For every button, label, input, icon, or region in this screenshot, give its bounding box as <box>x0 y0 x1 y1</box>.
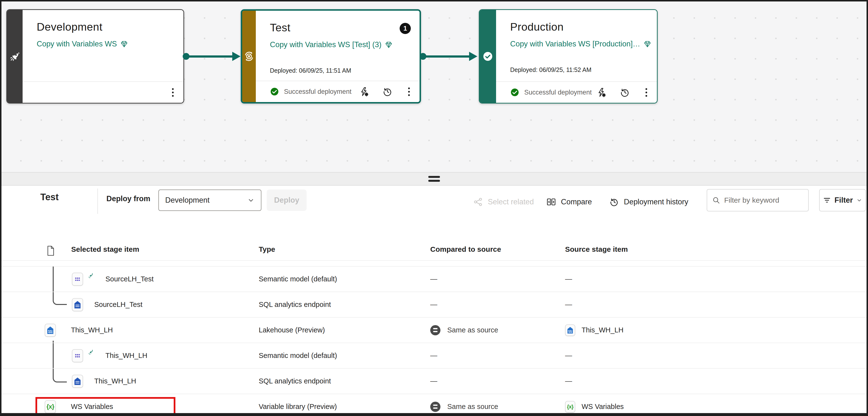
pipeline-canvas: Development Copy with Variables WS <box>1 1 867 172</box>
table-row[interactable]: {x} WS Variables Variable library (Previ… <box>1 394 867 416</box>
stage-title: Development <box>37 21 102 33</box>
table-header: Selected stage item Type Compared to sou… <box>1 241 867 260</box>
stage-more-menu[interactable] <box>406 87 412 97</box>
workspace-link[interactable]: Copy with Variables WS <box>37 39 128 48</box>
deploy-from-label: Deploy from <box>106 195 150 203</box>
gem-icon <box>385 41 393 49</box>
stage-title: Test <box>270 21 290 34</box>
document-icon <box>46 245 55 256</box>
deployed-check-icon <box>483 51 493 62</box>
stage-strip-test <box>242 11 256 102</box>
deployed-timestamp: Deployed: 06/09/25, 11:51 AM <box>270 67 351 74</box>
compare-button[interactable]: Compare <box>546 186 592 218</box>
stage-strip-development <box>7 10 23 103</box>
chevron-down-icon <box>247 197 255 204</box>
history-icon[interactable] <box>620 87 630 97</box>
table-row[interactable]: This_WH_LH Semantic model (default) — — <box>1 343 867 368</box>
rocket-icon <box>9 51 20 62</box>
deploy-button[interactable]: Deploy <box>267 189 307 211</box>
history-icon[interactable] <box>382 87 393 97</box>
col-header-compared-to-source: Compared to source <box>430 245 501 254</box>
partial-row-band <box>1 260 867 267</box>
deploy-settings-icon[interactable] <box>596 87 607 97</box>
deploy-from-dropdown[interactable]: Development <box>158 189 261 211</box>
table-row[interactable]: SourceLH_Test Semantic model (default) —… <box>1 267 867 292</box>
col-header-selected-stage-item: Selected stage item <box>71 245 139 254</box>
gem-icon <box>644 40 651 48</box>
splitter-grip-icon[interactable] <box>428 176 440 182</box>
sql-endpoint-icon <box>72 298 83 311</box>
same-as-source-icon <box>430 325 440 335</box>
history-icon <box>609 197 619 207</box>
success-check-icon <box>270 87 279 96</box>
lakehouse-icon <box>45 324 56 337</box>
diff-count-badge: 1 <box>400 23 411 34</box>
search-icon <box>712 196 720 204</box>
deployment-pipeline-page: Development Copy with Variables WS <box>0 0 868 416</box>
table-row[interactable]: This_WH_LH Lakehouse (Preview) Same as s… <box>1 318 867 343</box>
stage-more-menu[interactable] <box>169 87 176 98</box>
workspace-link[interactable]: Copy with Variables WS [Test] (3) <box>270 40 393 49</box>
gem-icon <box>120 40 128 48</box>
variable-library-icon: {x} <box>565 401 575 413</box>
same-as-source-icon <box>430 402 440 412</box>
stage-card-test[interactable]: Test 1 Copy with Variables WS [Test] (3)… <box>241 9 421 103</box>
chevron-down-icon <box>856 197 862 203</box>
selected-stage-title: Test <box>40 192 59 202</box>
col-header-source-stage-item: Source stage item <box>565 245 628 254</box>
compare-icon <box>546 197 556 207</box>
workspace-link[interactable]: Copy with Variables WS [Production]… <box>510 39 651 48</box>
status-text: Successful deployment <box>284 88 351 95</box>
table-row[interactable]: This_WH_LH SQL analytics endpoint — — <box>1 368 867 394</box>
table-row[interactable]: SourceLH_Test SQL analytics endpoint — — <box>1 292 867 318</box>
stage-card-production[interactable]: Production Copy with Variables WS [Produ… <box>479 9 658 103</box>
sync-compare-icon <box>243 51 255 62</box>
stage-more-menu[interactable] <box>643 87 650 98</box>
filter-button[interactable]: Filter <box>819 189 866 211</box>
keyword-filter-box[interactable] <box>707 189 809 211</box>
toolbar-divider <box>97 188 98 214</box>
semantic-model-icon <box>72 273 83 286</box>
table-body: SourceLH_Test Semantic model (default) —… <box>1 267 867 413</box>
filter-icon <box>823 196 831 204</box>
connector-test-prod <box>422 55 471 58</box>
stage-card-development[interactable]: Development Copy with Variables WS <box>6 9 184 103</box>
deploy-settings-icon[interactable] <box>359 87 369 97</box>
col-header-type: Type <box>259 245 275 254</box>
default-model-arrow-icon <box>88 349 94 355</box>
deployment-history-button[interactable]: Deployment history <box>609 186 688 218</box>
default-model-arrow-icon <box>88 272 94 278</box>
success-check-icon <box>510 88 519 97</box>
share-icon <box>473 197 483 207</box>
stage-title: Production <box>510 21 564 33</box>
connector-dev-test <box>185 55 234 58</box>
variable-library-icon: {x} <box>45 400 56 413</box>
keyword-filter-input[interactable] <box>724 196 818 204</box>
semantic-model-icon <box>72 349 83 362</box>
select-related-button[interactable]: Select related <box>473 186 534 218</box>
stage-toolbar: Test Deploy from Development Deploy Sele… <box>1 186 867 218</box>
sql-endpoint-icon <box>72 375 83 388</box>
panel-splitter[interactable] <box>1 172 867 186</box>
stage-strip-production <box>479 10 496 103</box>
lakehouse-icon <box>565 324 575 336</box>
deployed-timestamp: Deployed: 06/09/25, 11:52 AM <box>510 66 592 73</box>
status-text: Successful deployment <box>524 89 592 96</box>
